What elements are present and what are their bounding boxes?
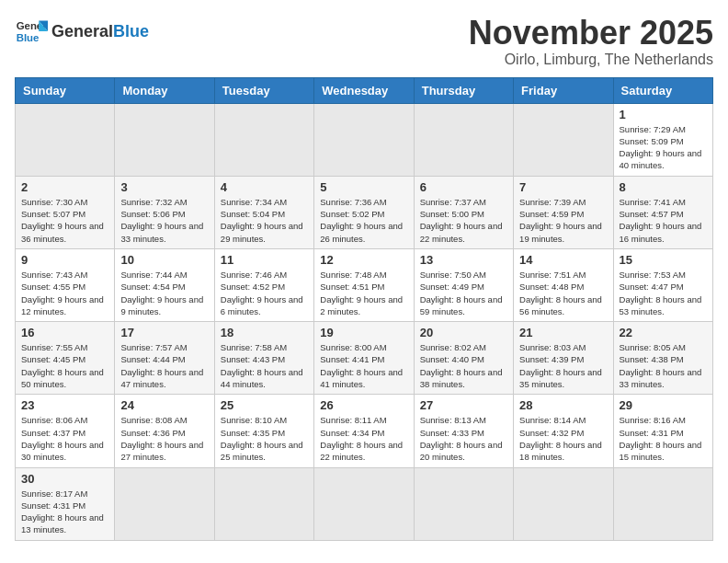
day-number: 5 xyxy=(320,180,407,194)
day-number: 2 xyxy=(21,180,108,194)
day-number: 11 xyxy=(221,253,308,267)
day-number: 18 xyxy=(221,326,308,339)
day-number: 22 xyxy=(620,326,707,339)
day-info: Sunrise: 7:51 AM Sunset: 4:48 PM Dayligh… xyxy=(519,269,607,317)
day-info: Sunrise: 8:10 AM Sunset: 4:35 PM Dayligh… xyxy=(221,414,308,463)
weekday-header-sunday: Sunday xyxy=(16,77,115,103)
day-info: Sunrise: 7:36 AM Sunset: 5:02 PM Dayligh… xyxy=(320,196,407,245)
day-number: 7 xyxy=(519,180,607,194)
day-info: Sunrise: 7:43 AM Sunset: 4:55 PM Dayligh… xyxy=(21,269,108,317)
title-area: November 2025 Oirlo, Limburg, The Nether… xyxy=(469,15,713,68)
svg-text:Blue: Blue xyxy=(17,32,40,43)
day-info: Sunrise: 7:41 AM Sunset: 4:57 PM Dayligh… xyxy=(620,196,707,245)
calendar-cell: 1Sunrise: 7:29 AM Sunset: 5:09 PM Daylig… xyxy=(613,103,712,176)
calendar-cell: 21Sunrise: 8:03 AM Sunset: 4:39 PM Dayli… xyxy=(514,322,613,395)
day-number: 20 xyxy=(420,326,507,339)
generalblue-logo-icon: General Blue xyxy=(15,15,48,48)
weekday-header-wednesday: Wednesday xyxy=(314,77,414,103)
calendar-cell: 24Sunrise: 8:08 AM Sunset: 4:36 PM Dayli… xyxy=(115,395,214,467)
day-number: 6 xyxy=(420,180,507,194)
day-number: 1 xyxy=(620,108,707,121)
calendar-week-3: 9Sunrise: 7:43 AM Sunset: 4:55 PM Daylig… xyxy=(16,248,713,321)
calendar-cell xyxy=(414,103,513,176)
day-number: 21 xyxy=(519,326,607,339)
day-number: 29 xyxy=(620,398,707,412)
logo-general: General xyxy=(51,22,113,40)
calendar-cell: 26Sunrise: 8:11 AM Sunset: 4:34 PM Dayli… xyxy=(314,395,414,467)
calendar-cell xyxy=(115,467,214,540)
calendar-cell: 20Sunrise: 8:02 AM Sunset: 4:40 PM Dayli… xyxy=(414,322,513,395)
calendar-cell: 29Sunrise: 8:16 AM Sunset: 4:31 PM Dayli… xyxy=(613,395,712,467)
day-number: 17 xyxy=(120,326,208,339)
logo-blue: Blue xyxy=(113,22,149,40)
calendar-cell: 8Sunrise: 7:41 AM Sunset: 4:57 PM Daylig… xyxy=(613,176,712,248)
day-info: Sunrise: 8:17 AM Sunset: 4:31 PM Dayligh… xyxy=(21,488,108,536)
day-info: Sunrise: 8:13 AM Sunset: 4:33 PM Dayligh… xyxy=(420,414,507,463)
calendar-cell: 30Sunrise: 8:17 AM Sunset: 4:31 PM Dayli… xyxy=(16,467,115,540)
calendar-cell: 22Sunrise: 8:05 AM Sunset: 4:38 PM Dayli… xyxy=(613,322,712,395)
day-info: Sunrise: 7:55 AM Sunset: 4:45 PM Dayligh… xyxy=(21,341,108,390)
calendar-cell: 9Sunrise: 7:43 AM Sunset: 4:55 PM Daylig… xyxy=(16,248,115,321)
day-info: Sunrise: 8:03 AM Sunset: 4:39 PM Dayligh… xyxy=(519,341,607,390)
calendar-cell: 23Sunrise: 8:06 AM Sunset: 4:37 PM Dayli… xyxy=(16,395,115,467)
calendar-cell xyxy=(514,467,613,540)
calendar-week-1: 1Sunrise: 7:29 AM Sunset: 5:09 PM Daylig… xyxy=(16,103,713,176)
day-info: Sunrise: 7:44 AM Sunset: 4:54 PM Dayligh… xyxy=(120,269,208,317)
day-info: Sunrise: 8:08 AM Sunset: 4:36 PM Dayligh… xyxy=(120,414,208,463)
calendar-cell: 13Sunrise: 7:50 AM Sunset: 4:49 PM Dayli… xyxy=(414,248,513,321)
calendar-cell xyxy=(16,103,115,176)
day-info: Sunrise: 8:06 AM Sunset: 4:37 PM Dayligh… xyxy=(21,414,108,463)
day-number: 19 xyxy=(320,326,407,339)
day-number: 9 xyxy=(21,253,108,267)
calendar-cell: 11Sunrise: 7:46 AM Sunset: 4:52 PM Dayli… xyxy=(214,248,313,321)
calendar-cell: 12Sunrise: 7:48 AM Sunset: 4:51 PM Dayli… xyxy=(314,248,414,321)
day-number: 3 xyxy=(120,180,208,194)
calendar-cell xyxy=(613,467,712,540)
weekday-header-tuesday: Tuesday xyxy=(214,77,313,103)
day-info: Sunrise: 8:16 AM Sunset: 4:31 PM Dayligh… xyxy=(620,414,707,463)
calendar-cell xyxy=(115,103,214,176)
day-info: Sunrise: 7:48 AM Sunset: 4:51 PM Dayligh… xyxy=(320,269,407,317)
day-number: 23 xyxy=(21,398,108,412)
calendar-table: SundayMondayTuesdayWednesdayThursdayFrid… xyxy=(15,77,713,541)
day-info: Sunrise: 7:29 AM Sunset: 5:09 PM Dayligh… xyxy=(620,123,707,172)
calendar-week-4: 16Sunrise: 7:55 AM Sunset: 4:45 PM Dayli… xyxy=(16,322,713,395)
calendar-cell: 25Sunrise: 8:10 AM Sunset: 4:35 PM Dayli… xyxy=(214,395,313,467)
weekday-header-friday: Friday xyxy=(514,77,613,103)
page-header: General Blue GeneralBlue November 2025 O… xyxy=(15,15,713,68)
calendar-week-6: 30Sunrise: 8:17 AM Sunset: 4:31 PM Dayli… xyxy=(16,467,713,540)
day-info: Sunrise: 7:58 AM Sunset: 4:43 PM Dayligh… xyxy=(221,341,308,390)
day-info: Sunrise: 7:46 AM Sunset: 4:52 PM Dayligh… xyxy=(221,269,308,317)
weekday-header-thursday: Thursday xyxy=(414,77,513,103)
calendar-cell xyxy=(314,103,414,176)
day-info: Sunrise: 8:00 AM Sunset: 4:41 PM Dayligh… xyxy=(320,341,407,390)
calendar-week-5: 23Sunrise: 8:06 AM Sunset: 4:37 PM Dayli… xyxy=(16,395,713,467)
day-number: 25 xyxy=(221,398,308,412)
logo: General Blue GeneralBlue xyxy=(15,15,149,48)
calendar-cell: 3Sunrise: 7:32 AM Sunset: 5:06 PM Daylig… xyxy=(115,176,214,248)
calendar-cell: 19Sunrise: 8:00 AM Sunset: 4:41 PM Dayli… xyxy=(314,322,414,395)
day-info: Sunrise: 8:14 AM Sunset: 4:32 PM Dayligh… xyxy=(519,414,607,463)
day-info: Sunrise: 7:50 AM Sunset: 4:49 PM Dayligh… xyxy=(420,269,507,317)
calendar-cell: 28Sunrise: 8:14 AM Sunset: 4:32 PM Dayli… xyxy=(514,395,613,467)
day-info: Sunrise: 7:30 AM Sunset: 5:07 PM Dayligh… xyxy=(21,196,108,245)
day-number: 14 xyxy=(519,253,607,267)
calendar-cell xyxy=(514,103,613,176)
weekday-header-monday: Monday xyxy=(115,77,214,103)
day-number: 12 xyxy=(320,253,407,267)
day-number: 4 xyxy=(221,180,308,194)
day-info: Sunrise: 7:57 AM Sunset: 4:44 PM Dayligh… xyxy=(120,341,208,390)
day-number: 15 xyxy=(620,253,707,267)
calendar-cell xyxy=(214,103,313,176)
calendar-cell: 10Sunrise: 7:44 AM Sunset: 4:54 PM Dayli… xyxy=(115,248,214,321)
calendar-cell: 6Sunrise: 7:37 AM Sunset: 5:00 PM Daylig… xyxy=(414,176,513,248)
day-number: 10 xyxy=(120,253,208,267)
day-number: 24 xyxy=(120,398,208,412)
calendar-cell: 17Sunrise: 7:57 AM Sunset: 4:44 PM Dayli… xyxy=(115,322,214,395)
calendar-cell: 27Sunrise: 8:13 AM Sunset: 4:33 PM Dayli… xyxy=(414,395,513,467)
weekday-header-row: SundayMondayTuesdayWednesdayThursdayFrid… xyxy=(16,77,713,103)
calendar-week-2: 2Sunrise: 7:30 AM Sunset: 5:07 PM Daylig… xyxy=(16,176,713,248)
day-number: 26 xyxy=(320,398,407,412)
day-info: Sunrise: 7:34 AM Sunset: 5:04 PM Dayligh… xyxy=(221,196,308,245)
day-number: 13 xyxy=(420,253,507,267)
